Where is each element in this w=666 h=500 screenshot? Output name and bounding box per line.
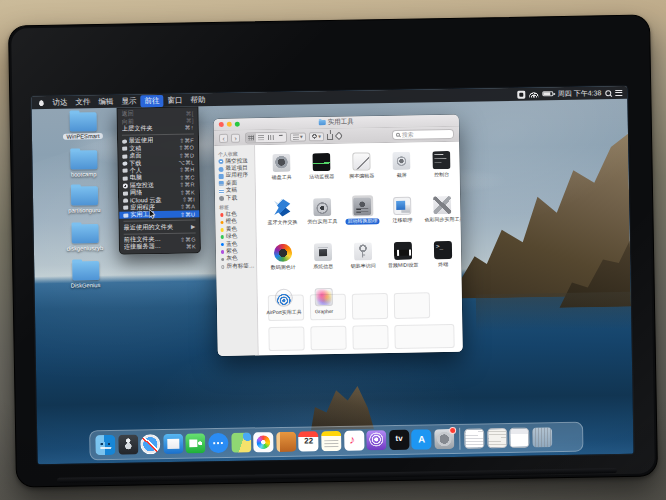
- menubar-item[interactable]: 窗口: [163, 94, 186, 106]
- input-source-icon[interactable]: [518, 90, 526, 98]
- battery-icon[interactable]: [543, 91, 554, 97]
- dock-music-icon[interactable]: [344, 430, 364, 450]
- spotlight-icon[interactable]: [605, 90, 611, 96]
- go-menu-item[interactable]: 实用工具⇧⌘U: [119, 210, 199, 219]
- dock-contacts-icon[interactable]: [276, 432, 296, 452]
- wifi-icon[interactable]: [530, 91, 539, 97]
- dock-tv-icon[interactable]: [389, 430, 409, 450]
- app-icon-wrap: [311, 151, 332, 172]
- ghost-cell: [394, 292, 430, 319]
- dock-launchpad-icon[interactable]: [118, 434, 138, 454]
- tag-icon[interactable]: [335, 132, 343, 140]
- app-item[interactable]: 迁移助理: [382, 192, 423, 238]
- app-label: 活动监视器: [307, 173, 336, 180]
- dock-stack-documents-icon[interactable]: [464, 428, 484, 448]
- app-item[interactable]: 脚本编辑器: [341, 148, 382, 194]
- menubar-item[interactable]: 显示: [117, 95, 140, 107]
- dock-appstore-icon[interactable]: [411, 429, 431, 449]
- go-menu-item-label: 上层文件夹: [122, 124, 153, 134]
- menubar-item[interactable]: 文件: [71, 96, 94, 108]
- gallery-view-button[interactable]: [276, 132, 286, 141]
- folder-icon: [71, 224, 98, 243]
- search-field[interactable]: 搜索: [392, 129, 454, 140]
- sidebar-item[interactable]: 所有标签…: [220, 262, 256, 270]
- dock-stack-pages-icon[interactable]: [487, 428, 507, 448]
- action-dropdown[interactable]: ▾: [309, 132, 324, 141]
- app-item[interactable]: 启动转换助理: [342, 193, 383, 239]
- dock-podcasts-icon[interactable]: [366, 430, 386, 450]
- app-item[interactable]: 活动监视器: [301, 149, 342, 195]
- go-menu-item[interactable]: 最近使用的文件夹▶: [119, 223, 199, 232]
- dock-trash-icon[interactable]: [532, 427, 552, 447]
- wallpaper-rock: [304, 381, 376, 430]
- desktop-folder[interactable]: diskgeniuszyb: [61, 224, 109, 251]
- app-label: 蓝牙文件交换: [265, 219, 299, 226]
- share-icon[interactable]: [327, 134, 333, 141]
- app-item[interactable]: 色彩同步实用工具: [422, 192, 463, 238]
- terminal-icon: [434, 240, 452, 258]
- applications-icon: [219, 174, 224, 179]
- dock-maps-icon[interactable]: [231, 432, 251, 452]
- app-item[interactable]: 终端: [423, 237, 463, 283]
- documents-icon: [219, 189, 224, 194]
- icon-view-button[interactable]: [246, 133, 256, 142]
- app-item[interactable]: 磁盘工具: [261, 150, 302, 196]
- dock-notes-icon[interactable]: [321, 431, 341, 451]
- notification-center-icon[interactable]: [615, 89, 622, 95]
- desktop-folder[interactable]: partitionguru: [60, 186, 108, 213]
- menubar-item[interactable]: 访达: [48, 96, 71, 108]
- dock-messages-icon[interactable]: [208, 433, 228, 453]
- list-view-button[interactable]: [256, 133, 266, 142]
- status-area: 周四 下午4:38: [518, 87, 623, 99]
- app-item[interactable]: 蓝牙文件交换: [262, 195, 303, 241]
- dock-facetime-icon[interactable]: [186, 433, 206, 453]
- go-menu-item[interactable]: 连接服务器…⌘K: [120, 243, 200, 252]
- column-view-button[interactable]: [266, 132, 276, 141]
- app-label: 磁盘工具: [270, 174, 294, 181]
- tag-dot-icon: [220, 228, 224, 232]
- desktop-folder[interactable]: DiskGenius: [61, 261, 109, 288]
- dock-finder-icon[interactable]: [95, 435, 115, 455]
- apple-menu-icon[interactable]: [38, 99, 44, 106]
- menu-shortcut: ⇧⌘D: [179, 152, 194, 158]
- laptop-hinge: [57, 468, 617, 483]
- go-menu-item-label: 最近使用的文件夹: [123, 222, 173, 232]
- system-information-icon: [314, 243, 332, 261]
- app-item[interactable]: 控制台: [421, 147, 462, 193]
- menu-bar-clock[interactable]: 周四 下午4:38: [558, 88, 602, 99]
- app-item[interactable]: 截屏: [381, 147, 422, 193]
- go-menu-item[interactable]: 上层文件夹⌘↑: [118, 124, 198, 133]
- back-button[interactable]: ‹: [219, 133, 228, 142]
- app-item[interactable]: 系统信息: [303, 239, 344, 285]
- app-item[interactable]: 音频MIDI设置: [383, 237, 424, 283]
- ghost-cell: [268, 295, 304, 322]
- group-by-dropdown[interactable]: ▾: [290, 132, 306, 141]
- dock-system-preferences-icon[interactable]: [434, 429, 454, 449]
- app-item[interactable]: 旁白实用工具: [302, 194, 343, 240]
- app-icon-wrap: [392, 240, 413, 261]
- app-item[interactable]: 数码测色计: [263, 240, 304, 286]
- app-icon-wrap: [392, 195, 413, 216]
- dock-mail-icon[interactable]: [163, 434, 183, 454]
- screenshot-icon: [392, 151, 410, 169]
- desktop-folder-label: WinPESmart: [63, 133, 102, 140]
- activity-monitor-icon: [312, 153, 330, 171]
- dock-safari-icon[interactable]: [140, 434, 160, 454]
- app-icon-wrap: [272, 197, 293, 218]
- folder-icon: [122, 147, 127, 151]
- menubar-item[interactable]: 编辑: [94, 95, 117, 107]
- forward-button[interactable]: ›: [231, 133, 240, 142]
- ghost-cell: [310, 326, 346, 351]
- dock-stack-downloads-icon[interactable]: [509, 428, 529, 448]
- sidebar-item[interactable]: 下载: [219, 194, 255, 202]
- desktop-folder[interactable]: WinPESmart: [59, 112, 107, 139]
- menubar-item[interactable]: 前往: [140, 94, 163, 106]
- menubar-item[interactable]: 帮助: [186, 94, 209, 106]
- dock-calendar-icon[interactable]: 22: [298, 431, 318, 451]
- desktop-folder[interactable]: bootcamp: [59, 150, 107, 177]
- ghost-cell: [394, 324, 454, 349]
- app-icon-wrap: [432, 194, 453, 215]
- app-item[interactable]: 钥匙串访问: [343, 238, 384, 284]
- disk-utility-icon: [272, 153, 290, 171]
- dock-photos-icon[interactable]: [253, 432, 273, 452]
